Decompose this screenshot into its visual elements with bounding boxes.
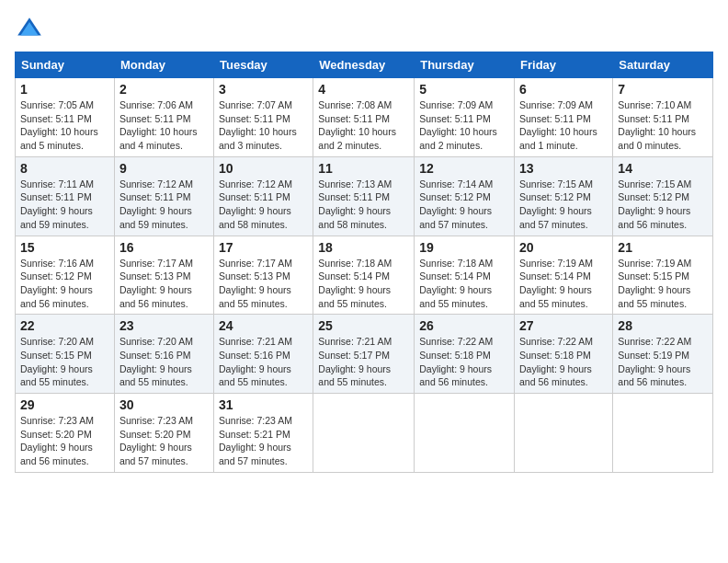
header-cell-thursday: Thursday	[415, 52, 515, 78]
calendar-header: SundayMondayTuesdayWednesdayThursdayFrid…	[16, 52, 713, 78]
day-detail: Sunrise: 7:23 AMSunset: 5:20 PMDaylight:…	[20, 415, 94, 466]
day-number: 18	[318, 240, 409, 255]
day-number: 26	[419, 318, 509, 333]
day-cell: 23 Sunrise: 7:20 AMSunset: 5:16 PMDaylig…	[114, 315, 213, 394]
day-cell: 26 Sunrise: 7:22 AMSunset: 5:18 PMDaylig…	[415, 315, 515, 394]
day-cell: 18 Sunrise: 7:18 AMSunset: 5:14 PMDaylig…	[313, 236, 415, 315]
day-detail: Sunrise: 7:08 AMSunset: 5:11 PMDaylight:…	[318, 99, 396, 151]
day-cell: 11 Sunrise: 7:13 AMSunset: 5:11 PMDaylig…	[313, 156, 415, 236]
header-row: SundayMondayTuesdayWednesdayThursdayFrid…	[16, 52, 713, 78]
day-cell: 7 Sunrise: 7:10 AMSunset: 5:11 PMDayligh…	[613, 78, 713, 157]
day-cell: 20 Sunrise: 7:19 AMSunset: 5:14 PMDaylig…	[515, 236, 613, 315]
day-number: 24	[219, 318, 308, 333]
day-detail: Sunrise: 7:09 AMSunset: 5:11 PMDaylight:…	[419, 99, 497, 151]
day-number: 14	[618, 161, 708, 176]
page-header	[15, 15, 713, 44]
day-detail: Sunrise: 7:06 AMSunset: 5:11 PMDaylight:…	[119, 99, 198, 151]
day-cell: 15 Sunrise: 7:16 AMSunset: 5:12 PMDaylig…	[16, 236, 115, 315]
day-cell: 22 Sunrise: 7:20 AMSunset: 5:15 PMDaylig…	[16, 315, 115, 394]
day-number: 31	[219, 397, 308, 412]
day-detail: Sunrise: 7:21 AMSunset: 5:16 PMDaylight:…	[219, 336, 292, 387]
day-cell: 10 Sunrise: 7:12 AMSunset: 5:11 PMDaylig…	[214, 156, 313, 236]
day-cell: 1 Sunrise: 7:05 AMSunset: 5:11 PMDayligh…	[16, 78, 115, 157]
day-detail: Sunrise: 7:13 AMSunset: 5:11 PMDaylight:…	[318, 178, 392, 230]
day-detail: Sunrise: 7:07 AMSunset: 5:11 PMDaylight:…	[219, 99, 297, 151]
header-cell-sunday: Sunday	[16, 52, 115, 78]
header-cell-saturday: Saturday	[613, 52, 713, 78]
day-detail: Sunrise: 7:16 AMSunset: 5:12 PMDaylight:…	[20, 258, 94, 309]
day-detail: Sunrise: 7:22 AMSunset: 5:19 PMDaylight:…	[618, 336, 691, 387]
day-detail: Sunrise: 7:11 AMSunset: 5:11 PMDaylight:…	[20, 178, 94, 230]
day-number: 11	[318, 161, 409, 176]
logo-icon	[15, 15, 44, 44]
day-detail: Sunrise: 7:12 AMSunset: 5:11 PMDaylight:…	[219, 178, 292, 230]
header-cell-tuesday: Tuesday	[214, 52, 313, 78]
day-cell: 6 Sunrise: 7:09 AMSunset: 5:11 PMDayligh…	[515, 78, 613, 157]
calendar-body: 1 Sunrise: 7:05 AMSunset: 5:11 PMDayligh…	[16, 78, 713, 473]
day-detail: Sunrise: 7:23 AMSunset: 5:20 PMDaylight:…	[119, 415, 193, 466]
day-cell: 12 Sunrise: 7:14 AMSunset: 5:12 PMDaylig…	[415, 156, 515, 236]
day-cell: 21 Sunrise: 7:19 AMSunset: 5:15 PMDaylig…	[613, 236, 713, 315]
day-number: 5	[419, 82, 509, 97]
day-cell: 17 Sunrise: 7:17 AMSunset: 5:13 PMDaylig…	[214, 236, 313, 315]
day-number: 10	[219, 161, 308, 176]
day-cell: 27 Sunrise: 7:22 AMSunset: 5:18 PMDaylig…	[515, 315, 613, 394]
day-number: 4	[318, 82, 409, 97]
day-cell: 8 Sunrise: 7:11 AMSunset: 5:11 PMDayligh…	[16, 156, 115, 236]
day-detail: Sunrise: 7:17 AMSunset: 5:13 PMDaylight:…	[119, 258, 193, 309]
day-detail: Sunrise: 7:15 AMSunset: 5:12 PMDaylight:…	[618, 178, 691, 230]
day-number: 16	[119, 240, 209, 255]
day-detail: Sunrise: 7:21 AMSunset: 5:17 PMDaylight:…	[318, 336, 392, 387]
day-detail: Sunrise: 7:10 AMSunset: 5:11 PMDaylight:…	[618, 99, 696, 151]
day-number: 1	[20, 82, 109, 97]
day-number: 2	[119, 82, 209, 97]
day-detail: Sunrise: 7:23 AMSunset: 5:21 PMDaylight:…	[219, 415, 292, 466]
day-cell: 4 Sunrise: 7:08 AMSunset: 5:11 PMDayligh…	[313, 78, 415, 157]
day-cell: 25 Sunrise: 7:21 AMSunset: 5:17 PMDaylig…	[313, 315, 415, 394]
day-number: 29	[20, 397, 109, 412]
day-detail: Sunrise: 7:17 AMSunset: 5:13 PMDaylight:…	[219, 258, 292, 309]
day-detail: Sunrise: 7:05 AMSunset: 5:11 PMDaylight:…	[20, 99, 98, 151]
day-number: 19	[419, 240, 509, 255]
day-cell: 24 Sunrise: 7:21 AMSunset: 5:16 PMDaylig…	[214, 315, 313, 394]
week-row-3: 15 Sunrise: 7:16 AMSunset: 5:12 PMDaylig…	[16, 236, 713, 315]
day-cell	[613, 394, 713, 473]
day-cell: 2 Sunrise: 7:06 AMSunset: 5:11 PMDayligh…	[114, 78, 213, 157]
header-cell-wednesday: Wednesday	[313, 52, 415, 78]
day-detail: Sunrise: 7:19 AMSunset: 5:14 PMDaylight:…	[519, 258, 593, 309]
header-cell-friday: Friday	[515, 52, 613, 78]
day-cell: 16 Sunrise: 7:17 AMSunset: 5:13 PMDaylig…	[114, 236, 213, 315]
day-cell: 29 Sunrise: 7:23 AMSunset: 5:20 PMDaylig…	[16, 394, 115, 473]
day-cell: 28 Sunrise: 7:22 AMSunset: 5:19 PMDaylig…	[613, 315, 713, 394]
day-number: 15	[20, 240, 109, 255]
day-detail: Sunrise: 7:20 AMSunset: 5:15 PMDaylight:…	[20, 336, 94, 387]
day-detail: Sunrise: 7:22 AMSunset: 5:18 PMDaylight:…	[419, 336, 493, 387]
day-number: 8	[20, 161, 109, 176]
day-detail: Sunrise: 7:19 AMSunset: 5:15 PMDaylight:…	[618, 258, 691, 309]
week-row-2: 8 Sunrise: 7:11 AMSunset: 5:11 PMDayligh…	[16, 156, 713, 236]
day-cell: 5 Sunrise: 7:09 AMSunset: 5:11 PMDayligh…	[415, 78, 515, 157]
day-cell: 14 Sunrise: 7:15 AMSunset: 5:12 PMDaylig…	[613, 156, 713, 236]
day-detail: Sunrise: 7:09 AMSunset: 5:11 PMDaylight:…	[519, 99, 597, 151]
day-cell: 13 Sunrise: 7:15 AMSunset: 5:12 PMDaylig…	[515, 156, 613, 236]
day-detail: Sunrise: 7:18 AMSunset: 5:14 PMDaylight:…	[419, 258, 493, 309]
day-detail: Sunrise: 7:12 AMSunset: 5:11 PMDaylight:…	[119, 178, 193, 230]
day-cell	[415, 394, 515, 473]
day-number: 20	[519, 240, 608, 255]
logo	[15, 15, 48, 44]
day-number: 9	[119, 161, 209, 176]
day-number: 28	[618, 318, 708, 333]
day-detail: Sunrise: 7:22 AMSunset: 5:18 PMDaylight:…	[519, 336, 593, 387]
day-number: 13	[519, 161, 608, 176]
day-number: 7	[618, 82, 708, 97]
day-number: 22	[20, 318, 109, 333]
day-number: 23	[119, 318, 209, 333]
header-cell-monday: Monday	[114, 52, 213, 78]
day-cell: 30 Sunrise: 7:23 AMSunset: 5:20 PMDaylig…	[114, 394, 213, 473]
day-number: 12	[419, 161, 509, 176]
day-number: 21	[618, 240, 708, 255]
calendar-table: SundayMondayTuesdayWednesdayThursdayFrid…	[15, 52, 713, 473]
day-detail: Sunrise: 7:18 AMSunset: 5:14 PMDaylight:…	[318, 258, 392, 309]
day-number: 6	[519, 82, 608, 97]
day-cell	[313, 394, 415, 473]
